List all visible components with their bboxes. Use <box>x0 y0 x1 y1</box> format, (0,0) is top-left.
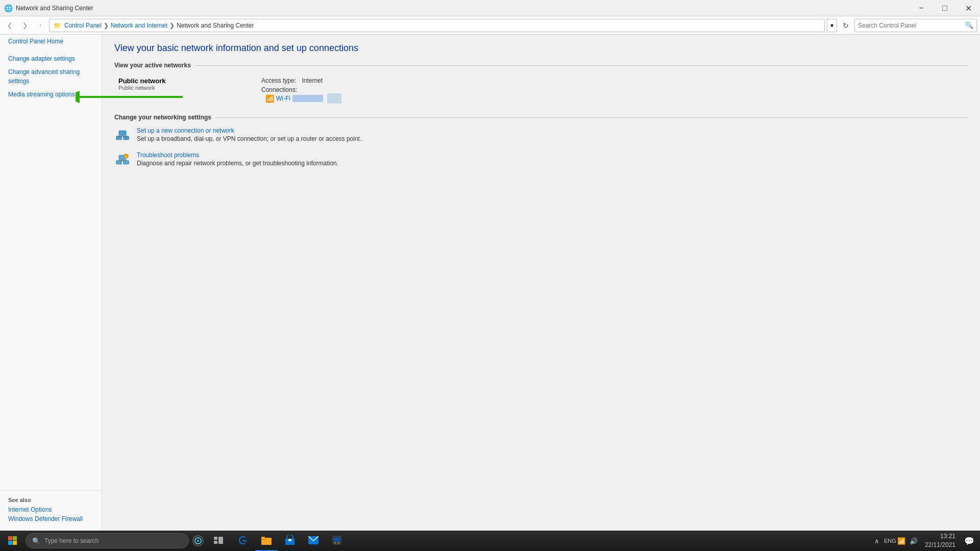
address-bar: ❮ ❯ ↑ 📁 Control Panel ❯ Network and Inte… <box>0 16 980 35</box>
back-button[interactable]: ❮ <box>3 19 16 32</box>
taskbar-edge[interactable] <box>232 531 254 551</box>
tray-up-arrow[interactable]: ∧ <box>872 537 882 545</box>
svg-rect-33 <box>334 537 340 541</box>
address-dropdown[interactable]: ▾ <box>827 19 837 32</box>
breadcrumb-icon: 📁 <box>54 22 61 29</box>
breadcrumb-network-internet[interactable]: Network and Internet <box>111 22 167 29</box>
tray-time-display: 13:21 <box>925 532 955 541</box>
taskbar-apps <box>232 531 348 551</box>
connections-row: Connections: 📶 Wi-Fi <box>261 86 964 104</box>
maximize-button[interactable]: □ <box>933 0 957 16</box>
start-button[interactable] <box>0 531 26 551</box>
svg-point-22 <box>197 540 199 542</box>
section-divider-2 <box>215 117 968 118</box>
troubleshoot-link[interactable]: Troubleshoot problems <box>137 152 338 159</box>
wifi-link[interactable]: Wi-Fi <box>276 95 290 102</box>
up-button[interactable]: ↑ <box>34 19 47 32</box>
search-bar[interactable]: 🔍 <box>854 19 977 32</box>
access-label: Access type: <box>261 77 296 84</box>
tray-keyboard[interactable]: ENG <box>884 538 894 544</box>
taskbar-search-icon: 🔍 <box>32 537 40 545</box>
taskbar-app-6[interactable] <box>326 531 348 551</box>
troubleshoot-desc: Diagnose and repair network problems, or… <box>137 160 338 167</box>
taskbar: 🔍 Type here to search <box>0 531 980 551</box>
svg-rect-16 <box>8 536 12 540</box>
active-networks-header: View your active networks <box>114 62 968 69</box>
wifi-signal-icon <box>327 93 341 104</box>
windows-logo-icon <box>8 536 17 545</box>
forward-button[interactable]: ❯ <box>18 19 32 32</box>
new-connection-svg <box>115 128 130 142</box>
svg-rect-18 <box>8 541 12 545</box>
new-connection-desc: Set up a broadband, dial-up, or VPN conn… <box>137 135 361 142</box>
file-explorer-icon <box>261 536 272 545</box>
search-icon: 🔍 <box>965 21 973 29</box>
connections-label: Connections: <box>261 86 297 93</box>
wifi-name-redacted <box>292 95 323 102</box>
svg-rect-24 <box>214 541 217 544</box>
svg-rect-17 <box>13 536 17 540</box>
wifi-bars-icon: 📶 <box>265 94 274 103</box>
change-settings-header: Change your networking settings <box>114 114 968 121</box>
mail-icon <box>308 536 318 544</box>
change-settings-title: Change your networking settings <box>114 114 211 121</box>
breadcrumb-current: Network and Sharing Center <box>177 22 254 29</box>
taskbar-file-explorer[interactable] <box>255 531 278 551</box>
taskbar-search-box[interactable]: 🔍 Type here to search <box>26 533 189 548</box>
network-type: Public network <box>118 85 253 91</box>
new-connection-icon <box>114 127 131 143</box>
taskbar-mail[interactable] <box>302 531 325 551</box>
sidebar-item-home[interactable]: Control Panel Home <box>0 35 102 48</box>
see-also-firewall[interactable]: Windows Defender Firewall <box>8 515 93 522</box>
access-row: Access type: Internet <box>261 77 964 84</box>
refresh-button[interactable]: ↻ <box>839 19 852 32</box>
close-button[interactable]: ✕ <box>957 0 980 16</box>
tray-volume[interactable]: 🔊 <box>909 537 919 545</box>
window-title: Network and Sharing Center <box>16 5 976 12</box>
see-also-title: See also <box>8 497 93 503</box>
action-new-connection: Set up a new connection or network Set u… <box>114 127 968 143</box>
minimize-button[interactable]: − <box>910 0 933 16</box>
window-controls: − □ ✕ <box>910 0 980 16</box>
section-divider <box>195 65 968 66</box>
svg-rect-30 <box>288 539 291 541</box>
window-icon: 🌐 <box>4 4 13 12</box>
edge-icon <box>238 535 248 545</box>
sidebar-item-adapter[interactable]: Change adapter settings <box>0 52 102 65</box>
svg-rect-19 <box>13 541 17 545</box>
sidebar-item-media-streaming[interactable]: Media streaming options <box>0 88 102 101</box>
notification-button[interactable]: 💬 <box>962 531 977 551</box>
taskbar-search-text: Type here to search <box>44 537 99 544</box>
breadcrumb-control-panel[interactable]: Control Panel <box>64 22 102 29</box>
svg-rect-28 <box>261 537 265 539</box>
action-troubleshoot: ! Troubleshoot problems Diagnose and rep… <box>114 152 968 168</box>
cortana-icon <box>192 535 204 546</box>
app6-icon <box>332 535 342 545</box>
svg-text:!: ! <box>126 155 127 159</box>
active-networks-title: View your active networks <box>114 62 191 69</box>
tray-network[interactable]: 📶 <box>896 537 906 545</box>
taskbar-store[interactable] <box>279 531 301 551</box>
search-input[interactable] <box>858 22 965 29</box>
tray-clock[interactable]: 13:21 22/11/2021 <box>921 532 960 549</box>
main-content: View your basic network information and … <box>102 35 980 531</box>
network-table: Public network Public network Access typ… <box>114 73 968 106</box>
troubleshoot-svg: ! <box>115 153 130 167</box>
see-also-internet-options[interactable]: Internet Options <box>8 506 93 513</box>
network-name: Public network <box>118 77 253 85</box>
new-connection-text: Set up a new connection or network Set u… <box>137 127 361 142</box>
cortana-button[interactable] <box>189 531 207 551</box>
svg-rect-35 <box>337 542 340 543</box>
sidebar-item-advanced-sharing[interactable]: Change advanced sharing settings <box>0 65 102 88</box>
svg-rect-34 <box>334 542 336 543</box>
taskbar-task-view[interactable] <box>207 531 230 551</box>
svg-rect-23 <box>214 537 217 540</box>
svg-rect-7 <box>116 161 122 164</box>
table-row: Public network Public network Access typ… <box>114 73 968 106</box>
new-connection-link[interactable]: Set up a new connection or network <box>137 127 361 134</box>
svg-rect-2 <box>119 131 126 135</box>
page-title: View your basic network information and … <box>114 43 968 54</box>
access-value: Internet <box>302 77 323 84</box>
svg-rect-8 <box>124 161 129 164</box>
wifi-indicator: 📶 Wi-Fi <box>265 93 964 104</box>
